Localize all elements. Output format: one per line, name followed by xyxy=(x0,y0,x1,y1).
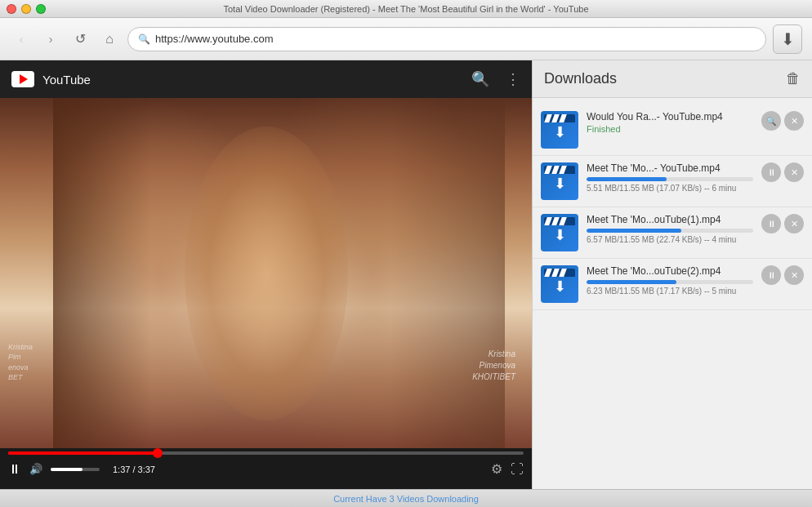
trash-icon: 🗑 xyxy=(786,70,801,87)
settings-icon: ⚙ xyxy=(491,462,502,476)
forward-icon: › xyxy=(49,33,53,46)
download-icon: ⬇ xyxy=(781,29,795,49)
youtube-header: YouTube 🔍 ⋮ xyxy=(0,60,532,98)
cancel-icon: ✕ xyxy=(791,219,798,229)
downloads-title: Downloads xyxy=(544,70,617,87)
volume-button[interactable]: 🔊 xyxy=(29,463,42,475)
volume-icon: 🔊 xyxy=(29,463,42,475)
progress-thumb[interactable] xyxy=(153,448,163,458)
trash-button[interactable]: 🗑 xyxy=(786,70,801,87)
download-controls: ⏸ ✕ xyxy=(761,162,804,182)
cancel-icon: ✕ xyxy=(791,116,798,127)
maximize-button[interactable] xyxy=(36,4,46,14)
cancel-icon: ✕ xyxy=(791,270,798,281)
refresh-button[interactable]: ↺ xyxy=(69,28,91,51)
download-controls: ⏸ ✕ xyxy=(761,265,804,285)
youtube-search-icon[interactable]: 🔍 xyxy=(471,70,489,88)
cancel-download-button[interactable]: ✕ xyxy=(784,162,804,182)
search-icon: 🔍 xyxy=(766,117,776,126)
download-item: ⬇ Meet The 'Mo...- YouTube.mp4 5.51 MB/1… xyxy=(533,156,812,207)
window-controls xyxy=(7,4,46,14)
home-button[interactable]: ⌂ xyxy=(98,28,121,51)
back-button[interactable]: ‹ xyxy=(10,28,33,51)
downloads-header: Downloads 🗑 xyxy=(533,60,812,98)
home-icon: ⌂ xyxy=(105,32,114,47)
pause-icon: ⏸ xyxy=(767,270,776,280)
progress-bar[interactable] xyxy=(8,451,524,455)
cancel-download-button[interactable]: ✕ xyxy=(784,214,804,233)
title-bar: Total Video Downloader (Registered) - Me… xyxy=(0,0,812,18)
download-info: Meet The 'Mo...ouTube(1).mp4 6.57 MB/11.… xyxy=(587,214,753,244)
volume-bar[interactable] xyxy=(51,468,100,471)
close-button[interactable] xyxy=(7,4,16,14)
download-item: ⬇ Meet The 'Mo...ouTube(1).mp4 6.57 MB/1… xyxy=(533,207,812,259)
pause-download-button[interactable]: ⏸ xyxy=(761,214,781,233)
download-size-info: 6.23 MB/11.55 MB (17.17 KB/s) -- 5 minu xyxy=(587,287,753,296)
download-file-icon: ⬇ xyxy=(541,265,578,303)
watermark-right: KristinaPimenovaKHOITIBET xyxy=(472,349,515,383)
minimize-button[interactable] xyxy=(21,4,31,14)
left-shadow xyxy=(53,98,151,448)
pause-download-button[interactable]: ⏸ xyxy=(761,265,781,285)
pause-icon: ⏸ xyxy=(767,167,776,177)
player-controls: ⏸ 🔊 1:37 / 3:37 ⚙ ⛶ xyxy=(0,448,532,489)
controls-row: ⏸ 🔊 1:37 / 3:37 ⚙ ⛶ xyxy=(8,461,524,477)
download-file-icon: ⬇ xyxy=(541,111,578,149)
download-item: ⬇ Would You Ra...- YouTube.mp4 Finished … xyxy=(533,105,812,156)
download-size-info: 5.51 MB/11.55 MB (17.07 KB/s) -- 6 minu xyxy=(587,184,753,193)
settings-button[interactable]: ⚙ xyxy=(491,461,502,477)
search-icon: 🔍 xyxy=(138,33,150,45)
fullscreen-button[interactable]: ⛶ xyxy=(511,462,524,477)
window-title: Total Video Downloader (Registered) - Me… xyxy=(223,4,588,14)
download-button[interactable]: ⬇ xyxy=(773,24,802,54)
portrait-highlight xyxy=(185,127,348,420)
download-info: Would You Ra...- YouTube.mp4 Finished xyxy=(587,111,753,134)
download-progress-fill xyxy=(587,177,667,181)
cancel-icon: ✕ xyxy=(791,167,798,178)
download-controls: ⏸ ✕ xyxy=(761,214,804,233)
refresh-icon: ↺ xyxy=(75,31,86,47)
pause-download-button[interactable]: ⏸ xyxy=(761,162,781,182)
player-area: YouTube 🔍 ⋮ KristinaPimenovaBET Kristina… xyxy=(0,60,532,489)
play-triangle-icon xyxy=(20,74,28,84)
download-progress-bar[interactable] xyxy=(587,177,753,181)
cancel-download-button[interactable]: ✕ xyxy=(784,111,804,131)
download-filename: Meet The 'Mo...ouTube(1).mp4 xyxy=(587,214,753,225)
download-progress-bar[interactable] xyxy=(587,229,753,233)
url-input[interactable] xyxy=(155,33,756,45)
download-controls: 🔍 ✕ xyxy=(761,111,804,131)
video-container[interactable]: KristinaPimenovaBET KristinaPimenovaKHOI… xyxy=(0,98,532,448)
forward-button[interactable]: › xyxy=(39,28,62,51)
downloads-list: ⬇ Would You Ra...- YouTube.mp4 Finished … xyxy=(533,98,812,489)
play-pause-icon: ⏸ xyxy=(8,462,21,477)
download-progress-fill xyxy=(587,229,681,233)
download-size-info: 6.57 MB/11.55 MB (22.74 KB/s) -- 4 minu xyxy=(587,235,753,244)
progress-fill xyxy=(8,451,158,455)
download-arrow-icon: ⬇ xyxy=(554,123,566,141)
play-pause-button[interactable]: ⏸ xyxy=(8,462,21,477)
volume-fill xyxy=(51,468,83,471)
search-download-button[interactable]: 🔍 xyxy=(761,111,781,131)
back-icon: ‹ xyxy=(20,33,24,46)
cancel-download-button[interactable]: ✕ xyxy=(784,265,804,285)
download-info: Meet The 'Mo...- YouTube.mp4 5.51 MB/11.… xyxy=(587,162,753,193)
url-bar[interactable]: 🔍 xyxy=(127,27,766,51)
youtube-menu-icon[interactable]: ⋮ xyxy=(506,70,520,88)
download-arrow-icon: ⬇ xyxy=(554,226,566,244)
youtube-logo[interactable] xyxy=(11,71,34,87)
download-status: Finished xyxy=(587,124,753,134)
right-shadow xyxy=(390,98,505,448)
time-display: 1:37 / 3:37 xyxy=(113,465,155,474)
browser-toolbar: ‹ › ↺ ⌂ 🔍 ⬇ xyxy=(0,18,812,60)
download-info: Meet The 'Mo...ouTube(2).mp4 6.23 MB/11.… xyxy=(587,265,753,296)
download-file-icon: ⬇ xyxy=(541,214,578,251)
download-filename: Meet The 'Mo...ouTube(2).mp4 xyxy=(587,265,753,277)
download-filename: Would You Ra...- YouTube.mp4 xyxy=(587,111,753,122)
download-progress-bar[interactable] xyxy=(587,280,753,284)
download-arrow-icon: ⬇ xyxy=(554,278,566,296)
download-filename: Meet The 'Mo...- YouTube.mp4 xyxy=(587,162,753,174)
pause-icon: ⏸ xyxy=(767,219,776,229)
main-content: YouTube 🔍 ⋮ KristinaPimenovaBET Kristina… xyxy=(0,60,812,489)
status-text: Current Have 3 Videos Downloading xyxy=(333,494,479,504)
download-item: ⬇ Meet The 'Mo...ouTube(2).mp4 6.23 MB/1… xyxy=(533,259,812,310)
